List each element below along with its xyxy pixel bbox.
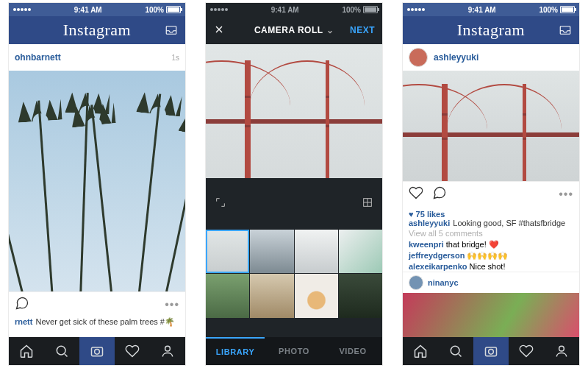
- post-header: ohnbarnett 1s: [9, 44, 185, 71]
- avatar[interactable]: [409, 275, 423, 290]
- header: Instagram: [9, 16, 185, 44]
- phone-feed: 9:41 AM 100% Instagram ohnbarnett 1s •••…: [9, 3, 185, 365]
- thumb[interactable]: [295, 230, 338, 273]
- svg-point-1: [57, 346, 65, 355]
- post-username[interactable]: ohnbarnett: [15, 52, 61, 63]
- like-count[interactable]: ♥ 75 likes: [403, 207, 579, 219]
- view-all-comments[interactable]: View all 5 comments: [403, 227, 579, 239]
- chevron-down-icon: ⌄: [326, 25, 334, 35]
- svg-point-10: [559, 346, 564, 351]
- post-image[interactable]: [403, 71, 579, 181]
- expand-icon[interactable]: [215, 197, 226, 211]
- status-battery: 100%: [145, 6, 164, 14]
- svg-rect-0: [166, 26, 176, 35]
- avatar[interactable]: [409, 48, 428, 67]
- comment: alexeikarpenko Nice shot!: [403, 261, 579, 272]
- close-icon[interactable]: [213, 24, 225, 38]
- tab-video[interactable]: VIDEO: [323, 337, 382, 365]
- thumb[interactable]: [206, 230, 249, 273]
- thumb[interactable]: [206, 274, 249, 317]
- picker-header: CAMERA ROLL⌄ NEXT: [206, 16, 382, 44]
- svg-rect-6: [560, 26, 570, 35]
- tab-activity[interactable]: [509, 337, 544, 365]
- tab-camera[interactable]: [473, 337, 509, 365]
- header: Instagram: [403, 16, 579, 44]
- tab-home[interactable]: [403, 337, 438, 365]
- next-post-image[interactable]: [403, 293, 579, 337]
- next-button[interactable]: NEXT: [350, 25, 375, 35]
- thumb[interactable]: [339, 274, 382, 317]
- source-title[interactable]: CAMERA ROLL: [254, 25, 323, 35]
- tab-activity[interactable]: [115, 337, 150, 365]
- crop-preview[interactable]: [206, 44, 382, 178]
- comment-icon[interactable]: [432, 185, 447, 203]
- status-bar: 9:41 AM 100%: [206, 3, 382, 16]
- post-actions: •••: [403, 181, 579, 207]
- more-icon[interactable]: •••: [559, 188, 573, 201]
- svg-point-4: [165, 346, 171, 351]
- next-post-header: ninanyc: [403, 272, 579, 293]
- comment: kweenpri that bridge! ❤️: [403, 239, 579, 250]
- tab-photo[interactable]: PHOTO: [265, 337, 323, 365]
- more-icon[interactable]: •••: [165, 298, 179, 311]
- tab-camera[interactable]: [79, 337, 115, 365]
- thumb[interactable]: [295, 274, 338, 317]
- inbox-icon[interactable]: [559, 24, 572, 40]
- post-username[interactable]: ashleyyuki: [434, 52, 478, 63]
- post-image[interactable]: [9, 71, 185, 291]
- status-bar: 9:41 AM 100%: [403, 3, 579, 16]
- svg-point-9: [489, 350, 494, 355]
- thumb[interactable]: [339, 230, 382, 273]
- tab-bar: [403, 337, 579, 365]
- comment: jeffreydgerson 🙌🙌🙌🙌: [403, 250, 579, 261]
- tab-profile[interactable]: [150, 337, 185, 365]
- svg-point-3: [95, 350, 100, 355]
- tab-home[interactable]: [9, 337, 44, 365]
- inbox-icon[interactable]: [165, 24, 178, 40]
- status-time: 9:41 AM: [74, 6, 102, 14]
- camera-roll-grid: [206, 230, 382, 318]
- svg-point-7: [451, 346, 459, 355]
- tab-search[interactable]: [438, 337, 473, 365]
- post-header: ashleyyuki: [403, 44, 579, 71]
- layout-icon[interactable]: [362, 197, 373, 211]
- status-bar: 9:41 AM 100%: [9, 3, 185, 16]
- thumb[interactable]: [250, 230, 293, 273]
- phone-picker: 9:41 AM 100% CAMERA ROLL⌄ NEXT: [206, 3, 382, 365]
- post-username[interactable]: ninanyc: [428, 278, 459, 287]
- crop-toolbar: [206, 178, 382, 230]
- app-logo: Instagram: [63, 21, 131, 40]
- post-age: 1s: [171, 54, 179, 62]
- thumb[interactable]: [250, 274, 293, 317]
- tab-search[interactable]: [44, 337, 79, 365]
- post-actions: •••: [9, 291, 185, 317]
- comment-icon[interactable]: [15, 296, 29, 314]
- post-caption: ashleyyukiLooking good, SF #thatsfbridge: [403, 219, 579, 227]
- tab-bar: [9, 337, 185, 365]
- source-tabs: LIBRARY PHOTO VIDEO: [206, 337, 382, 365]
- post-caption: rnettNever get sick of these palm trees …: [9, 317, 185, 327]
- tab-profile[interactable]: [544, 337, 579, 365]
- like-icon[interactable]: [409, 185, 423, 203]
- phone-feed-posted: 9:41 AM 100% Instagram ashleyyuki ••• ♥ …: [403, 3, 579, 365]
- app-logo: Instagram: [457, 21, 525, 40]
- tab-library[interactable]: LIBRARY: [206, 337, 265, 365]
